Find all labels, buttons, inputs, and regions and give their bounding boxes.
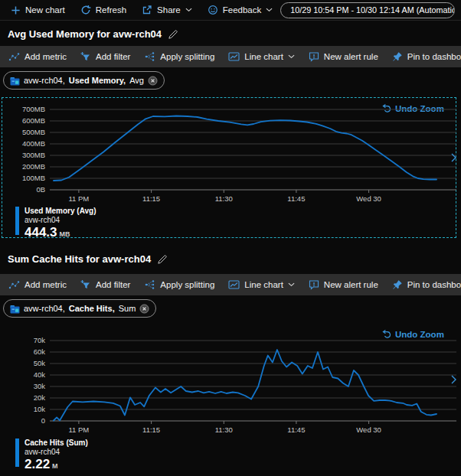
y-axis-label: 60k <box>34 347 46 356</box>
chart-type-dropdown[interactable]: Line chart <box>221 274 302 295</box>
x-axis-label: 11 PM <box>69 425 90 434</box>
refresh-button[interactable]: Refresh <box>73 0 134 20</box>
legend-color-bar <box>15 439 19 467</box>
legend-resource: avw-rch04 <box>25 448 88 457</box>
new-alert-rule-button[interactable]: New alert rule <box>302 46 385 67</box>
chart-type-label: Line chart <box>244 52 283 61</box>
memory-chart-plot[interactable]: 0B100MB200MB300MB400MB500MB600MB700MB11 … <box>0 99 461 214</box>
y-axis-label: 40k <box>34 370 46 379</box>
time-range-label: 10/29 10:54 PM - 10/30 12:14 AM (Automat… <box>290 5 455 15</box>
add-filter-button[interactable]: Add filter <box>74 274 137 295</box>
pin-icon <box>392 279 403 290</box>
y-axis-label: 0 <box>41 416 45 425</box>
legend-metric-name: Cache Hits (Sum) <box>25 439 88 448</box>
add-metric-button[interactable]: Add metric <box>2 274 74 295</box>
x-axis-label: 11:30 <box>215 194 233 203</box>
new-alert-rule-label: New alert rule <box>324 52 378 61</box>
legend-value: 2.22 <box>25 457 50 471</box>
chart-type-dropdown[interactable]: Line chart <box>221 46 302 67</box>
series-line <box>54 350 436 421</box>
y-axis-label: 700MB <box>22 105 45 113</box>
x-axis-label: 11:15 <box>142 194 160 203</box>
add-filter-label: Add filter <box>96 280 130 289</box>
add-metric-label: Add metric <box>25 280 67 289</box>
series-line <box>54 116 436 181</box>
pin-icon <box>392 51 403 62</box>
y-axis-label: 500MB <box>22 128 45 136</box>
legend-color-bar <box>15 207 19 235</box>
new-alert-rule-button[interactable]: New alert rule <box>302 274 385 295</box>
y-axis-label: 400MB <box>22 139 45 148</box>
line-chart-icon <box>228 279 240 290</box>
y-axis-label: 30k <box>34 382 46 390</box>
pin-to-dashboard-label: Pin to dashboard <box>407 280 461 289</box>
cache-resource-icon <box>10 304 20 314</box>
metrics-explorer: New chart Refresh Share Feedback 10/29 1… <box>0 0 461 476</box>
pill-aggregation: Sum <box>119 304 136 313</box>
expand-chevron-icon[interactable] <box>451 373 456 387</box>
y-axis-label: 10k <box>34 405 46 413</box>
x-axis-label: 11:45 <box>287 425 305 434</box>
apply-splitting-label: Apply splitting <box>160 280 214 289</box>
chart2-metric-pill[interactable]: avw-rch04, Cache Hits, Sum <box>3 299 156 318</box>
x-axis-label: 11:15 <box>142 425 160 434</box>
legend-value: 444.3 <box>25 225 57 240</box>
pill-metric: Used Memory, <box>69 76 126 85</box>
chart2-legend[interactable]: Cache Hits (Sum) avw-rch04 2.22 M <box>15 439 88 471</box>
edit-title-icon[interactable] <box>157 254 168 265</box>
expand-chevron-icon[interactable] <box>451 152 456 165</box>
add-metric-button[interactable]: Add metric <box>2 46 74 67</box>
cache-hits-chart-plot[interactable]: 010k20k30k40k50k60k70k11 PM11:1511:3011:… <box>0 331 461 438</box>
x-axis-label: 11:30 <box>215 425 233 434</box>
y-axis-label: 300MB <box>22 151 45 159</box>
add-metric-label: Add metric <box>25 52 67 61</box>
apply-splitting-icon <box>144 51 155 62</box>
legend-metric-name: Used Memory (Avg) <box>25 207 96 216</box>
share-label: Share <box>157 5 181 15</box>
cache-resource-icon <box>10 76 20 86</box>
y-axis-label: 70k <box>34 336 46 344</box>
share-menu-button[interactable]: Share <box>134 0 200 20</box>
time-range-picker[interactable]: 10/29 10:54 PM - 10/30 12:14 AM (Automat… <box>280 2 455 18</box>
chevron-down-icon <box>288 54 295 59</box>
y-axis-label: 600MB <box>22 116 45 125</box>
add-filter-button[interactable]: Add filter <box>74 46 137 67</box>
plus-icon <box>11 5 21 15</box>
legend-resource: avw-rch04 <box>25 216 96 225</box>
pill-resource: avw-rch04, <box>24 76 65 85</box>
share-icon <box>142 5 152 15</box>
feedback-label: Feedback <box>223 5 262 15</box>
chart1-legend[interactable]: Used Memory (Avg) avw-rch04 444.3 MB <box>15 207 96 240</box>
legend-unit: M <box>52 462 58 470</box>
apply-splitting-button[interactable]: Apply splitting <box>137 274 221 295</box>
apply-splitting-button[interactable]: Apply splitting <box>137 46 221 67</box>
new-chart-button[interactable]: New chart <box>3 0 73 20</box>
feedback-menu-button[interactable]: Feedback <box>200 0 281 20</box>
chart-type-label: Line chart <box>244 280 283 289</box>
x-axis-label: Wed 30 <box>356 194 381 203</box>
chart2-title: Sum Cache Hits for avw-rch04 <box>8 253 168 265</box>
close-icon[interactable] <box>139 304 149 314</box>
pin-to-dashboard-dropdown[interactable]: Pin to dashboard <box>385 46 461 67</box>
chart1-command-bar: Add metric Add filter Apply splitting Li… <box>0 46 461 67</box>
chevron-down-icon <box>288 282 295 287</box>
close-icon[interactable] <box>148 76 158 86</box>
pill-aggregation: Avg <box>129 76 144 85</box>
y-axis-label: 0B <box>36 185 45 194</box>
add-metric-icon <box>8 279 20 290</box>
alert-icon <box>309 51 319 62</box>
y-axis-label: 100MB <box>22 174 45 182</box>
chart2-command-bar: Add metric Add filter Apply splitting Li… <box>0 274 461 295</box>
alert-icon <box>309 279 319 290</box>
chart1-title: Avg Used Memory for avw-rch04 <box>8 28 178 40</box>
refresh-icon <box>80 5 91 15</box>
add-filter-label: Add filter <box>96 52 130 61</box>
edit-title-icon[interactable] <box>168 29 178 40</box>
chart1-metric-pill[interactable]: avw-rch04, Used Memory, Avg <box>3 71 165 90</box>
add-filter-icon <box>80 279 91 290</box>
chart1-title-text: Avg Used Memory for avw-rch04 <box>8 28 162 40</box>
top-toolbar: New chart Refresh Share Feedback 10/29 1… <box>0 0 461 21</box>
pin-to-dashboard-dropdown[interactable]: Pin to dashboard <box>385 274 461 295</box>
pin-to-dashboard-label: Pin to dashboard <box>407 52 461 61</box>
legend-unit: MB <box>60 230 70 238</box>
